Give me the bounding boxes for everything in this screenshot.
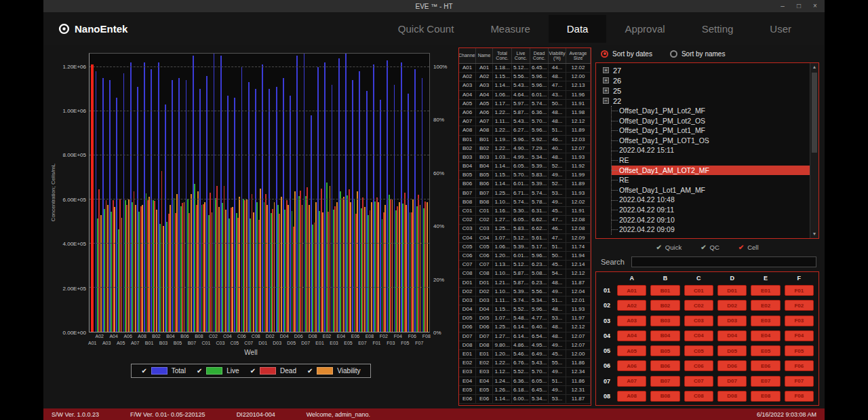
well-button-c07[interactable]: C07 [684, 376, 713, 387]
well-button-b08[interactable]: B08 [650, 391, 679, 402]
well-button-c04[interactable]: C04 [684, 330, 713, 341]
legend-item-total[interactable]: ✔Total [141, 367, 186, 375]
well-button-e01[interactable]: E01 [751, 285, 780, 296]
close-icon[interactable]: × [807, 0, 823, 12]
well-button-a06[interactable]: A06 [617, 360, 646, 371]
filter-qc[interactable]: ✔QC [701, 244, 719, 251]
well-button-a02[interactable]: A02 [617, 300, 646, 311]
legend-item-live[interactable]: ✔Live [197, 367, 239, 375]
well-button-a07[interactable]: A07 [617, 376, 646, 387]
table-row-d04[interactable]: D04D041.15...5.52...5.96...48...11.93 [459, 305, 591, 314]
table-row-c05[interactable]: C05C051.06...5.39...5.17...51...11.74 [459, 243, 591, 252]
well-button-f07[interactable]: F07 [785, 376, 814, 387]
well-button-f08[interactable]: F08 [785, 391, 814, 402]
tab-user[interactable]: User [751, 15, 810, 43]
well-button-d08[interactable]: D08 [717, 391, 747, 402]
well-button-a04[interactable]: A04 [617, 330, 646, 341]
scrollbar-track[interactable] [810, 71, 818, 230]
radio-sort-by-names[interactable]: Sort by names [670, 50, 725, 58]
tab-data[interactable]: Data [549, 15, 607, 43]
tree-group-27[interactable]: +27 [603, 65, 810, 75]
well-button-c08[interactable]: C08 [684, 391, 713, 402]
table-row-a03[interactable]: A03A031.14...5.43...5.96...47...12.13 [459, 81, 591, 90]
well-button-f02[interactable]: F02 [785, 300, 814, 311]
well-button-b07[interactable]: B07 [650, 376, 679, 387]
tree-item-2022-04-22-09-11[interactable]: 2022.04.22 09:11 [612, 205, 810, 215]
well-button-c03[interactable]: C03 [684, 316, 713, 326]
table-row-a05[interactable]: A05A051.17...5.97...5.74...50...11.91 [459, 100, 591, 109]
tree-item-offset-day1-lot1-am-mf[interactable]: Offset_Day1_Lot1_AM_MF [612, 185, 810, 195]
well-button-b06[interactable]: B06 [650, 360, 679, 371]
tree-group-26[interactable]: +26 [603, 75, 810, 85]
well-button-f06[interactable]: F06 [785, 360, 814, 371]
well-button-d07[interactable]: D07 [717, 376, 747, 387]
filter-cell[interactable]: ✔Cell [738, 244, 759, 251]
table-row-b02[interactable]: B02B021.22...4.90...7.29...40...12.07 [459, 145, 591, 153]
well-button-b01[interactable]: B01 [650, 285, 679, 296]
tab-approval[interactable]: Approval [606, 15, 683, 43]
well-button-f03[interactable]: F03 [785, 316, 814, 326]
table-row-e01[interactable]: E01E011.20...5.46...6.49...45...12.00 [459, 350, 591, 359]
tree-group-22[interactable]: −22 [603, 96, 810, 106]
well-button-d06[interactable]: D06 [717, 360, 747, 371]
table-row-a07[interactable]: A07A071.11...5.43...5.70...48...12.12 [459, 117, 591, 126]
well-button-d05[interactable]: D05 [717, 345, 747, 356]
table-row-e05[interactable]: E05E051.26...6.18...6.45...49...12.31 [459, 386, 591, 395]
table-row-e03[interactable]: E03E031.12...5.52...5.70...49...12.34 [459, 368, 591, 377]
well-button-a08[interactable]: A08 [617, 391, 646, 402]
tree-group-25[interactable]: +25 [603, 85, 810, 96]
table-row-a02[interactable]: A02A021.15...5.56...5.96...48...12.00 [459, 73, 591, 81]
table-row-a04[interactable]: A04A041.06...4.64...6.01...43...11.96 [459, 91, 591, 100]
tree-item-2022-04-22-15-11[interactable]: 2022.04.22 15:11 [612, 145, 810, 155]
table-row-d03[interactable]: D03D031.11...5.74...5.34...51...12.01 [459, 297, 591, 305]
well-button-c02[interactable]: C02 [684, 300, 713, 311]
tree-item-2022-04-22-09-10[interactable]: 2022.04.22 09:10 [612, 215, 810, 225]
filter-quick[interactable]: ✔Quick [656, 244, 682, 251]
well-button-e07[interactable]: E07 [751, 376, 780, 387]
well-button-b02[interactable]: B02 [650, 300, 679, 311]
table-row-b04[interactable]: B04B041.14...6.05...5.39...52...11.92 [459, 162, 591, 171]
table-row-a08[interactable]: A08A081.22...6.27...5.96...51...11.89 [459, 126, 591, 135]
well-button-d03[interactable]: D03 [717, 316, 747, 326]
legend-item-viability[interactable]: ✔Viability [307, 367, 361, 375]
tree-expander-icon[interactable]: + [603, 88, 609, 94]
well-button-d01[interactable]: D01 [717, 285, 747, 296]
table-row-b05[interactable]: B05B051.15...5.70...5.83...49...11.99 [459, 171, 591, 180]
table-row-d02[interactable]: D02D021.10...5.39...5.56...49...12.04 [459, 288, 591, 297]
tree-item-offset-day1-am-lot2-mf[interactable]: Offset_Day1_AM_LOT2_MF [612, 166, 810, 176]
tree-item-offset-day1-pm-lot1-os[interactable]: Offset_Day1_PM_LOT1_OS [612, 136, 810, 146]
tab-setting[interactable]: Setting [684, 15, 752, 43]
well-button-b04[interactable]: B04 [650, 330, 679, 341]
table-row-c03[interactable]: C03C031.25...5.83...6.62...46...12.08 [459, 225, 591, 233]
well-button-b05[interactable]: B05 [650, 345, 679, 356]
well-button-d04[interactable]: D04 [717, 330, 747, 341]
table-row-a06[interactable]: A06A061.22...5.87...6.36...48...11.98 [459, 109, 591, 117]
table-row-d06[interactable]: D06D061.25...6.14...6.40...48...12.12 [459, 323, 591, 332]
well-button-f01[interactable]: F01 [785, 285, 814, 296]
table-row-d05[interactable]: D05D051.07...5.48...4.77...53...11.97 [459, 314, 591, 323]
legend-item-dead[interactable]: ✔Dead [250, 367, 296, 375]
well-button-a01[interactable]: A01 [617, 285, 646, 296]
well-button-e03[interactable]: E03 [751, 316, 780, 326]
well-button-a05[interactable]: A05 [617, 345, 646, 356]
scrollbar-thumb[interactable] [812, 73, 817, 153]
tree-item-2022-04-22-09-09[interactable]: 2022.04.22 09:09 [612, 225, 810, 235]
table-row-e02[interactable]: E02E021.22...6.76...5.43...55...11.86 [459, 359, 591, 368]
tree-item-2022-04-22-10-48[interactable]: 2022.04.22 10:48 [612, 195, 810, 205]
tree-expander-icon[interactable]: − [603, 98, 609, 104]
tree-item-offset-day1-pm-lot2-mf[interactable]: Offset_Day1_PM_Lot2_MF [612, 106, 810, 116]
well-button-e04[interactable]: E04 [751, 330, 780, 341]
well-button-c05[interactable]: C05 [684, 345, 713, 356]
table-row-c08[interactable]: C08C081.10...5.87...5.08...54...12.12 [459, 269, 591, 278]
well-button-d02[interactable]: D02 [717, 300, 747, 311]
table-row-b06[interactable]: B06B061.14...6.01...5.39...52...11.89 [459, 180, 591, 189]
search-input[interactable] [631, 256, 816, 267]
tree-item-offset-day1-pm-lot2-os[interactable]: Offset_Day1_PM_Lot2_OS [612, 116, 810, 126]
table-row-d08[interactable]: D08D089.80...4.86...4.95...49...12.07 [459, 341, 591, 350]
tree-expander-icon[interactable]: + [603, 67, 609, 73]
scroll-up-icon[interactable]: ▲ [810, 63, 818, 71]
well-button-f04[interactable]: F04 [785, 330, 814, 341]
tree-item-re[interactable]: RE [612, 155, 810, 166]
radio-sort-by-dates[interactable]: Sort by dates [601, 50, 652, 58]
table-row-b01[interactable]: B01B011.19...5.96...5.92...46...12.03 [459, 136, 591, 145]
